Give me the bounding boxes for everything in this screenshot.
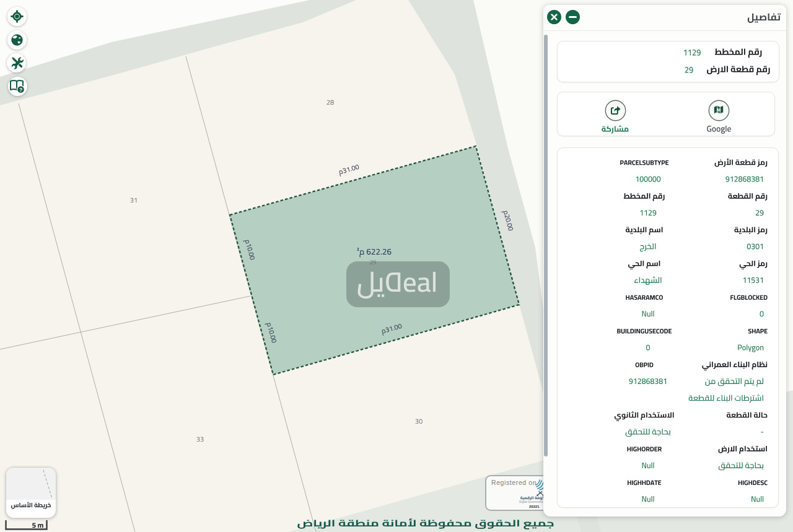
svg-text:?: ? [19, 87, 22, 93]
svg-text:M: M [717, 107, 721, 113]
